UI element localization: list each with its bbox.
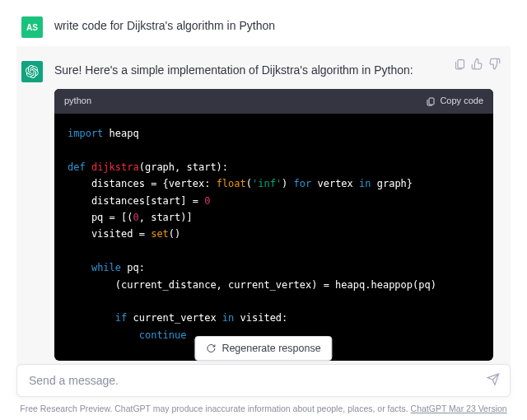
svg-rect-0 <box>429 98 434 105</box>
clipboard-icon <box>426 96 436 106</box>
code-header: python Copy code <box>54 89 493 114</box>
copy-code-button[interactable]: Copy code <box>426 94 483 109</box>
send-icon <box>487 373 500 386</box>
assistant-intro-text: Sure! Here's a simple implementation of … <box>54 61 506 79</box>
refresh-icon <box>206 343 216 353</box>
message-input-container <box>16 364 511 397</box>
thumbs-up-icon <box>471 58 483 70</box>
user-prompt-text: write code for Dijkstra's algorithm in P… <box>54 16 506 35</box>
copy-code-label: Copy code <box>440 94 483 109</box>
send-button[interactable] <box>487 373 500 389</box>
regenerate-label: Regenerate response <box>222 343 320 354</box>
openai-logo-icon <box>26 65 39 78</box>
svg-rect-1 <box>458 60 464 68</box>
assistant-avatar <box>21 61 43 82</box>
user-message-body: write code for Dijkstra's algorithm in P… <box>54 16 506 38</box>
thumbs-up-button[interactable] <box>471 58 483 70</box>
thumbs-down-icon <box>488 58 501 70</box>
copy-message-button[interactable] <box>454 58 466 70</box>
thumbs-down-button[interactable] <box>488 58 501 70</box>
user-avatar: AS <box>21 16 43 38</box>
code-language-label: python <box>64 94 91 109</box>
assistant-message: Sure! Here's a simple implementation of … <box>16 46 511 369</box>
regenerate-response-button[interactable]: Regenerate response <box>194 336 332 361</box>
user-message: AS write code for Dijkstra's algorithm i… <box>16 8 511 46</box>
code-block: python Copy code import heapq def dijkst… <box>54 89 493 361</box>
footer-text: Free Research Preview. ChatGPT may produ… <box>20 404 410 413</box>
version-link[interactable]: ChatGPT Mar 23 Version <box>411 404 507 413</box>
chat-container: AS write code for Dijkstra's algorithm i… <box>0 0 527 369</box>
footer-disclaimer: Free Research Preview. ChatGPT may produ… <box>0 404 527 413</box>
feedback-controls <box>454 58 501 70</box>
code-content: import heapq def dijkstra(graph, start):… <box>54 114 493 361</box>
message-input[interactable] <box>29 374 475 387</box>
assistant-message-body: Sure! Here's a simple implementation of … <box>54 61 506 361</box>
clipboard-icon <box>454 58 466 70</box>
